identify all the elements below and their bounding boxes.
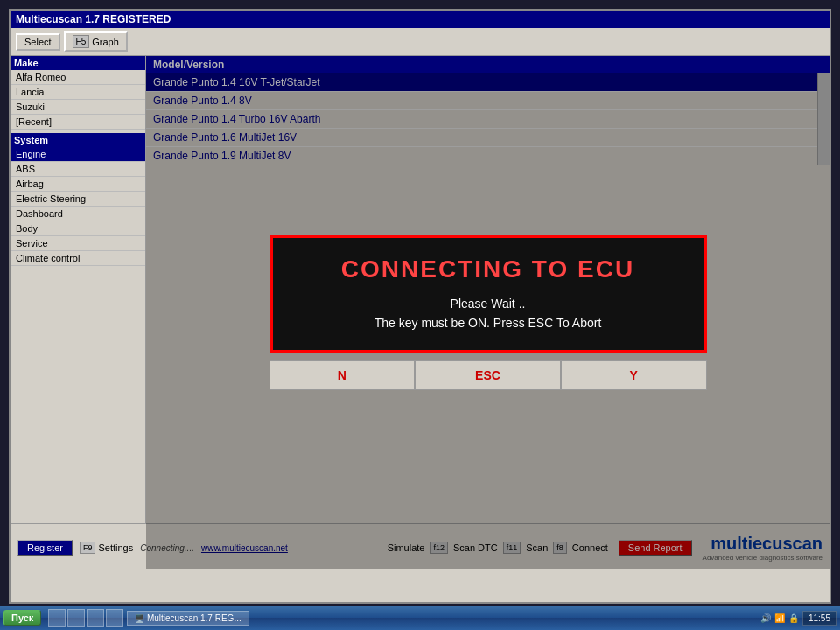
select-button[interactable]: Select — [16, 33, 60, 51]
taskbar-icons — [48, 609, 123, 626]
dialog-n-button[interactable]: N — [270, 360, 416, 390]
dialog-buttons: N ESC Y — [270, 360, 707, 390]
sidebar-item-recent[interactable]: [Recent] — [10, 115, 145, 130]
taskbar-icon-3 — [87, 609, 104, 626]
taskbar-icon-2 — [67, 609, 85, 626]
sidebar-item-climate-control[interactable]: Climate control — [10, 251, 145, 266]
dialog-box: CONNECTING TO ECU Please Wait .. The key… — [270, 234, 707, 354]
title-text: Multiecuscan 1.7 REGISTERED — [16, 13, 171, 25]
register-button[interactable]: Register — [18, 540, 73, 556]
settings-button[interactable]: F9 Settings — [80, 542, 133, 554]
sidebar-item-lancia[interactable]: Lancia — [10, 85, 145, 100]
sidebar-item-alfa-romeo[interactable]: Alfa Romeo — [10, 70, 145, 85]
start-button[interactable]: Пуск — [4, 610, 41, 626]
dialog-overlay: CONNECTING TO ECU Please Wait .. The key… — [146, 56, 830, 569]
select-label: Select — [24, 37, 52, 47]
taskbar: Пуск 🖥️ Multiecuscan 1.7 REG... 🔊 📶 🔒 11… — [0, 606, 840, 630]
f5-key: F5 — [73, 35, 90, 48]
taskbar-icon-security: 🔒 — [788, 613, 799, 623]
taskbar-app-item[interactable]: 🖥️ Multiecuscan 1.7 REG... — [127, 611, 248, 626]
dialog-y-button[interactable]: Y — [561, 360, 707, 390]
graph-button[interactable]: F5 Graph — [64, 32, 128, 52]
graph-label: Graph — [92, 37, 119, 47]
taskbar-icon-sound: 🔊 — [760, 613, 771, 623]
dialog-esc-button[interactable]: ESC — [415, 360, 561, 390]
dialog-title: CONNECTING TO ECU — [299, 256, 677, 284]
sidebar-item-engine[interactable]: Engine — [10, 147, 145, 162]
taskbar-icon-network: 📶 — [774, 613, 785, 623]
connecting-dialog: CONNECTING TO ECU Please Wait .. The key… — [270, 234, 707, 391]
title-bar: Multiecuscan 1.7 REGISTERED — [10, 10, 830, 28]
taskbar-item-label: Multiecuscan 1.7 REG... — [147, 613, 242, 623]
taskbar-icon-1 — [48, 609, 66, 626]
main-content: Make Alfa Romeo Lancia Suzuki [Recent] S… — [10, 56, 830, 569]
app-window: Multiecuscan 1.7 REGISTERED Select F5 Gr… — [9, 9, 831, 604]
sidebar-item-dashboard[interactable]: Dashboard — [10, 206, 145, 221]
sidebar: Make Alfa Romeo Lancia Suzuki [Recent] S… — [10, 56, 146, 569]
clock: 11:55 — [802, 611, 836, 626]
dialog-line1: Please Wait .. — [299, 294, 677, 313]
system-header: System — [10, 133, 145, 147]
taskbar-icon-app: 🖥️ — [135, 614, 147, 623]
sidebar-item-electric-steering[interactable]: Electric Steering — [10, 192, 145, 206]
make-header: Make — [10, 56, 145, 70]
taskbar-icon-4 — [106, 609, 123, 626]
toolbar: Select F5 Graph — [10, 28, 830, 56]
sidebar-item-abs[interactable]: ABS — [10, 162, 145, 177]
settings-label: Settings — [98, 542, 133, 553]
sidebar-item-service[interactable]: Service — [10, 236, 145, 251]
f9-key: F9 — [80, 542, 96, 554]
dialog-line2: The key must be ON. Press ESC To Abort — [299, 313, 677, 332]
content-right: Model/Version Grande Punto 1.4 16V T-Jet… — [146, 56, 830, 569]
sidebar-item-airbag[interactable]: Airbag — [10, 177, 145, 192]
taskbar-right: 🔊 📶 🔒 11:55 — [760, 611, 836, 626]
sidebar-item-body[interactable]: Body — [10, 221, 145, 236]
dialog-message: Please Wait .. The key must be ON. Press… — [299, 294, 677, 333]
sidebar-item-suzuki[interactable]: Suzuki — [10, 100, 145, 115]
